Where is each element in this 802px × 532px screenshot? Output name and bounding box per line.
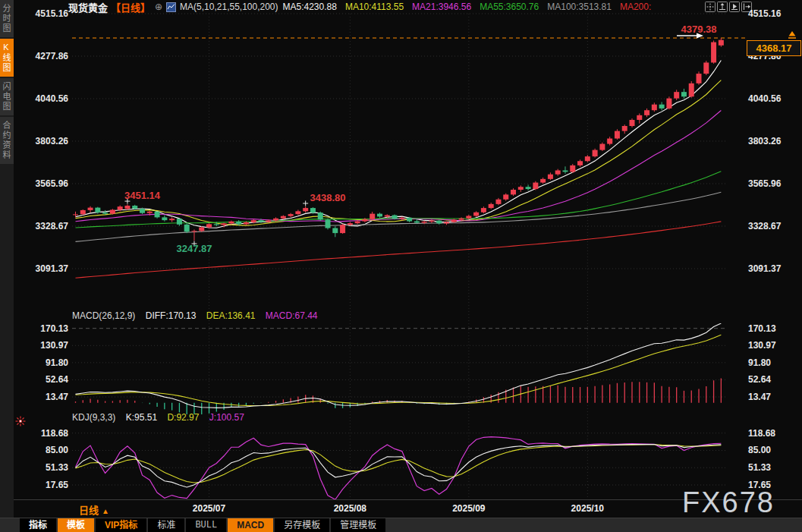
candlestick	[644, 110, 649, 115]
toolbar-button-manage-template[interactable]: 管理模板	[331, 518, 385, 532]
symbol-title: 现货黄金	[68, 0, 108, 14]
toolbar-button-macd[interactable]: MACD	[228, 518, 273, 532]
xaxis-month-label-0: 2025/07	[193, 503, 225, 514]
price-axis-label: 118.68	[41, 428, 68, 439]
candlestick	[719, 40, 724, 46]
candlestick	[711, 42, 716, 63]
ma-value-1: MA10:4113.55	[345, 2, 404, 12]
price-axis-label: 51.33	[46, 462, 68, 473]
last-price-tag: 4368.17	[747, 40, 801, 56]
candlestick	[436, 221, 442, 224]
sidebar-tab-time-chart[interactable]: 分时图	[0, 0, 14, 37]
price-annotation: 3451.14	[124, 190, 161, 201]
price-axis-label: 52.64	[748, 374, 771, 385]
price-axis-label: 4040.56	[748, 93, 782, 104]
sidebar-tab-kline-chart[interactable]: K线图	[0, 39, 14, 77]
toolbar-button-save-template[interactable]: 另存模板	[275, 518, 329, 532]
price-axis-label: 170.13	[748, 323, 776, 334]
price-axis-label: 118.68	[748, 428, 775, 439]
candlestick	[362, 219, 367, 222]
toolbar-button-template[interactable]: 模板	[58, 518, 94, 532]
price-axis-label: 3328.67	[748, 221, 782, 231]
candlestick	[615, 131, 620, 139]
ma200-line	[76, 222, 722, 278]
xaxis-month-label-3: 2025/10	[571, 503, 604, 514]
candlestick	[132, 206, 137, 209]
candlestick	[147, 212, 153, 213]
kdj-k-value: K:95.51	[126, 412, 157, 423]
candlestick	[236, 222, 241, 225]
toolbar-button-standard[interactable]: 标准	[148, 518, 184, 532]
price-axis-label: 52.64	[46, 374, 68, 385]
candlestick	[326, 219, 331, 228]
price-axis-label: 3328.67	[36, 221, 69, 231]
price-annotation: 4379.38	[681, 24, 717, 35]
ma-values: MA5:4230.88MA10:4113.55MA21:3946.56MA55:…	[283, 2, 660, 12]
mini-chart-icon[interactable]	[166, 2, 176, 12]
candlestick	[118, 206, 123, 209]
price-axis-label: 130.97	[40, 340, 68, 351]
price-axis-label: 3565.96	[748, 178, 782, 189]
candlestick	[102, 212, 108, 214]
indicator-toolbar: 指标模板VIP指标标准BULLMACD另存模板管理模板	[0, 518, 802, 532]
candlestick	[555, 171, 561, 175]
price-axis-label: 3565.96	[36, 178, 69, 189]
candlestick	[295, 211, 300, 214]
price-axis-label: 4277.86	[36, 51, 69, 61]
kdj-title: KDJ(9,3,3)	[72, 412, 115, 423]
timeframe-label: 日线	[79, 505, 99, 516]
candlestick	[399, 218, 404, 219]
candlestick	[562, 171, 568, 172]
macd-macd-value: MACD:67.44	[266, 310, 318, 321]
timeframe-dropdown[interactable]: 日线▲	[79, 502, 109, 517]
toolbar-button-vip-indicator[interactable]: VIP指标	[96, 518, 146, 532]
ma-value-0: MA5:4230.88	[283, 2, 337, 12]
price-axis-label: 91.80	[46, 357, 68, 368]
price-axis-label: 13.47	[46, 392, 68, 402]
price-annotation: 3438.80	[310, 192, 346, 203]
toolbar-button-indicator[interactable]: 指标	[20, 518, 56, 532]
candlestick	[80, 210, 86, 214]
candlestick	[370, 214, 375, 219]
candlestick	[244, 222, 249, 224]
candlestick	[273, 219, 278, 221]
candlestick	[348, 223, 353, 225]
period-label[interactable]: 【日线】	[111, 0, 150, 14]
candlestick	[214, 224, 219, 225]
ma-value-5: MA200:	[620, 2, 651, 12]
ma-value-4: MA100:3513.81	[547, 2, 612, 12]
candlestick	[88, 208, 93, 210]
watermark-logo: FX678	[682, 486, 775, 519]
candlestick	[191, 231, 197, 231]
candlestick	[429, 221, 434, 222]
price-axis-label: 17.65	[46, 480, 68, 490]
candlestick	[377, 214, 382, 217]
macd-title-row: MACD(26,12,9) DIFF:170.13 DEA:136.41 MAC…	[72, 310, 326, 321]
candlestick	[184, 225, 190, 231]
candlestick	[199, 228, 204, 231]
candlestick	[385, 216, 390, 217]
price-axis-label: 4040.56	[36, 93, 69, 104]
candlestick	[169, 219, 175, 220]
price-axis-label: 3091.37	[36, 263, 69, 274]
candlestick	[585, 156, 590, 161]
candlestick	[697, 74, 702, 83]
candlestick	[703, 62, 709, 74]
candlestick	[355, 222, 360, 224]
add-compare-icon[interactable]: ⊕	[155, 2, 162, 12]
candlestick	[548, 175, 553, 179]
candlestick	[511, 190, 516, 194]
price-axis-label: 51.33	[748, 462, 771, 473]
candlestick	[340, 225, 345, 233]
toolbar-button-bull[interactable]: BULL	[186, 518, 226, 532]
sidebar-tab-contract-info[interactable]: 合约资料	[0, 117, 14, 164]
candlestick	[251, 220, 256, 222]
candlestick	[110, 209, 115, 213]
candlestick	[332, 228, 338, 234]
ma-value-2: MA21:3946.56	[412, 2, 471, 12]
price-axis-label: 13.47	[748, 392, 771, 402]
chart-canvas[interactable]: 4515.164515.164277.864277.864040.564040.…	[0, 0, 802, 532]
candlestick	[689, 83, 694, 96]
sidebar-tab-flash-chart[interactable]: 闪电图	[0, 78, 14, 115]
alert-icon[interactable]	[15, 416, 26, 427]
